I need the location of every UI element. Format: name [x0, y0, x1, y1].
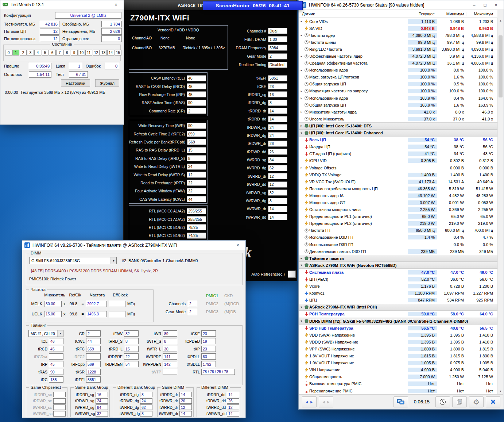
- sensor-row[interactable]: SPD Hub Температура56.5 °C40.8 °C56.5 °C: [299, 325, 497, 331]
- timing-value[interactable]: 23: [201, 346, 216, 352]
- chevron-down-icon[interactable]: ▾: [299, 264, 304, 267]
- timing-value[interactable]: 1228: [86, 369, 101, 375]
- timing-field[interactable]: Disabled: [268, 62, 287, 68]
- sensor-section-header[interactable]: ▸Тайминги памяти: [299, 255, 497, 262]
- timing-value[interactable]: 78 / 78 / 25 / 78: [201, 369, 235, 375]
- sensor-row[interactable]: Макс. загрузка ЦП/потоков100.0 %1.6 %100…: [299, 74, 497, 81]
- sensor-section-header[interactable]: ▾ASRock Z790M-ITX WiFi (Intel PCH): [299, 304, 497, 311]
- timing-value[interactable]: [53, 411, 66, 417]
- clock-button[interactable]: [435, 396, 450, 407]
- sensor-row[interactable]: ▸Частоты ядер4,090.0 МГц798.0 МГц4,588.8…: [299, 32, 497, 39]
- timing-value[interactable]: 12: [179, 404, 192, 410]
- dimm-select[interactable]: G.Skill F5-6400J3239F48G ▾: [29, 257, 117, 264]
- sensor-row[interactable]: IA-ядра ЦП54 °C38 °C56 °C: [299, 143, 497, 150]
- nav-arrows-button[interactable]: ◄►: [302, 396, 317, 407]
- timing-field[interactable]: 24: [268, 132, 287, 138]
- remote-sensors-button[interactable]: [393, 396, 408, 407]
- timing-field[interactable]: 62: [268, 165, 287, 171]
- column-minimum[interactable]: Минимум: [437, 12, 466, 16]
- sensor-row[interactable]: Остаточная мощность чипа2.255 W0.369 W2.…: [299, 206, 497, 213]
- sensor-row[interactable]: ▸Модуляция частоты по запросу100.0 %100.…: [299, 88, 497, 95]
- sensor-row[interactable]: Частота ГП650.0 МГц600.0 МГц700.0 МГц: [299, 227, 497, 234]
- sensor-row[interactable]: Общая мощность7.000 W1.250 W7.125 W: [299, 373, 497, 380]
- sensor-row[interactable]: iGPU VID0.305 В0.302 В0.312 В: [299, 157, 497, 164]
- timing-field[interactable]: 26: [268, 141, 287, 147]
- timing-value[interactable]: 26: [179, 398, 192, 404]
- mclk-multiplier[interactable]: 30.00: [44, 301, 62, 307]
- hwinfo-timings-titlebar[interactable]: HWiNFO® 64 v8.26-5730 - Тайминги памяти …: [22, 241, 245, 250]
- timing-value[interactable]: 30: [163, 346, 177, 352]
- sensor-row[interactable]: Общая загрузка ЦП100.0 %0.5 %100.0 %: [299, 81, 497, 88]
- timing-value[interactable]: 44: [86, 338, 101, 344]
- sensor-row[interactable]: Средняя эффективная частота4,072.3 МГц36…: [299, 60, 497, 67]
- sensor-row[interactable]: PCH Температура59.0 °C58.0 °C64.0 °C: [299, 311, 497, 318]
- timing-value[interactable]: 8: [140, 392, 152, 397]
- timing-field[interactable]: 24: [268, 124, 287, 130]
- timing-field[interactable]: Dual: [268, 28, 287, 34]
- close-button[interactable]: ×: [232, 241, 243, 250]
- mclk-effclock[interactable]: [109, 301, 125, 307]
- scroll-up-icon[interactable]: ▲: [498, 18, 503, 23]
- chevron-right-icon[interactable]: ▸: [299, 166, 304, 169]
- timing-field[interactable]: 8: [268, 100, 287, 106]
- sensor-row[interactable]: Vcore1.176 В0.728 В1.200 В: [299, 283, 497, 290]
- timing-value[interactable]: [53, 398, 66, 404]
- timing-field[interactable]: 2: [268, 53, 287, 60]
- chevron-right-icon[interactable]: ▸: [299, 257, 304, 260]
- timing-value[interactable]: 26: [227, 398, 239, 404]
- timing-value[interactable]: 2: [86, 330, 101, 337]
- timing-value[interactable]: 142: [163, 361, 177, 367]
- timing-field[interactable]: 14: [268, 116, 287, 122]
- timing-value[interactable]: 14: [179, 411, 192, 417]
- timing-value[interactable]: 24: [96, 398, 108, 404]
- testmem5-titlebar[interactable]: TestMem5 0.13.1 – ×: [0, 0, 124, 9]
- sensor-row[interactable]: Частота шины99.8 МГц99.7 МГц99.8 МГц: [299, 39, 497, 46]
- close-button[interactable]: ×: [491, 1, 501, 9]
- chevron-down-icon[interactable]: ▾: [299, 306, 304, 309]
- report-button[interactable]: [452, 396, 467, 407]
- timing-field[interactable]: 23: [268, 83, 287, 89]
- sensor-row[interactable]: Предел мощности PL1 (статично)65.0 W65.0…: [299, 213, 497, 220]
- timing-value[interactable]: 8: [140, 411, 152, 417]
- uclk-frequency[interactable]: 1496.3: [86, 311, 107, 317]
- timing-value[interactable]: 569: [86, 361, 101, 367]
- timing-value[interactable]: 84: [96, 404, 108, 410]
- timing-value[interactable]: 16: [96, 392, 108, 397]
- timing-value[interactable]: 15: [124, 346, 139, 352]
- timing-field[interactable]: 14: [268, 108, 287, 114]
- timing-value[interactable]: 24: [140, 398, 152, 404]
- maximize-button[interactable]: □: [480, 1, 491, 9]
- sensor-row[interactable]: VPP (SWC) Напряжение1.800 В1.800 В1.815 …: [299, 345, 497, 352]
- uclk-multiplier[interactable]: 15.00: [44, 311, 62, 317]
- sensor-row[interactable]: ▸Множители частоты ядра41.0 x8.0 x46.0 x: [299, 108, 497, 115]
- timing-field[interactable]: 14: [268, 206, 287, 212]
- chevron-right-icon[interactable]: ▸: [299, 110, 304, 114]
- sensor-row[interactable]: 1.8V VOUT Напряжение1.815 В1.815 В1.830 …: [299, 353, 497, 360]
- timing-field[interactable]: 26: [268, 149, 287, 155]
- sensor-row[interactable]: ▸Voltage Offsets0.000 В0.000 В: [299, 164, 497, 171]
- sensor-row[interactable]: ▸Core VIDs1.113 В1.086 В1.203 В: [299, 18, 497, 25]
- chevron-right-icon[interactable]: ▸: [299, 89, 304, 93]
- sensor-row[interactable]: ЦП (PECI)52.0 °C36.0 °C56.0 °C: [299, 276, 497, 283]
- minimize-button[interactable]: –: [100, 0, 111, 9]
- log-output[interactable]: 0:00:00 Тестируется 3568 МБ x 12 (87%) и…: [3, 89, 121, 122]
- timing-value[interactable]: 32: [124, 330, 139, 337]
- sensor-row[interactable]: Мощность ядер GT0.007 W0.001 W0.053 W: [299, 199, 497, 206]
- timing-field[interactable]: 14: [268, 214, 287, 220]
- chevron-right-icon[interactable]: ▸: [299, 124, 304, 127]
- timing-field[interactable]: 84: [268, 157, 287, 163]
- timing-value[interactable]: 63: [201, 353, 216, 360]
- sensor-row[interactable]: VDDQ TX Voltage1.400 В1.400 В1.400 В: [299, 171, 497, 178]
- timing-field[interactable]: 5851: [268, 75, 287, 81]
- chevron-right-icon[interactable]: ▸: [299, 20, 304, 23]
- timing-value[interactable]: [163, 369, 177, 375]
- timing-value[interactable]: 19: [201, 338, 216, 344]
- column-sensor[interactable]: Датчик: [299, 12, 408, 16]
- timing-value[interactable]: 32: [96, 411, 108, 417]
- sensor-row[interactable]: VR VCC Ток (SVID IOUT)41.173 A14.531 A49…: [299, 178, 497, 185]
- sensor-row[interactable]: Uncore Множитель37.0 x37.0 x41.0 x: [299, 115, 497, 122]
- timing-value[interactable]: 45: [49, 346, 63, 352]
- timing-field[interactable]: 74/25: [187, 233, 206, 239]
- sensor-row[interactable]: GT-ядра ЦП (графика)41 °C34 °C43 °C: [299, 150, 497, 157]
- sensor-row[interactable]: Общая загрузка ЦП163.9 %1.6 %163.9 %: [299, 101, 497, 108]
